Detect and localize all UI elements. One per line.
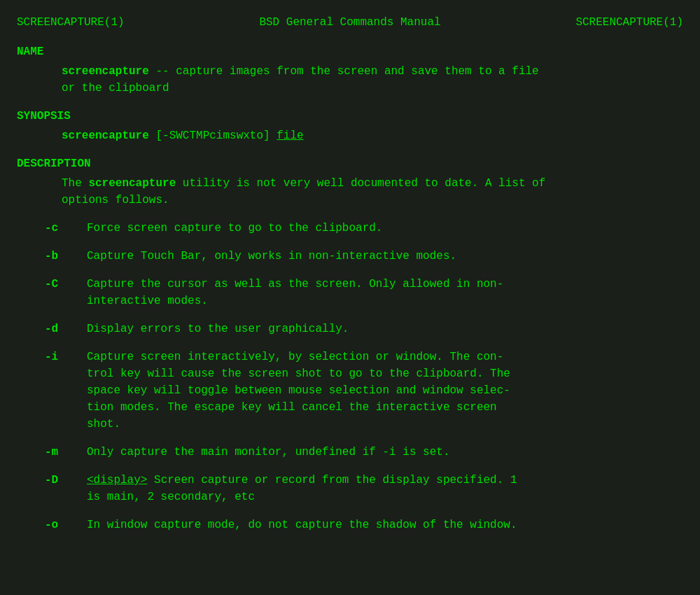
flag-b: -b [17, 248, 87, 265]
name-body: screencapture -- capture images from the… [17, 63, 683, 97]
flag-cap-d: -D [17, 472, 87, 505]
description-intro-cmd: screencapture [88, 177, 176, 190]
option-i: -i Capture screen interactively, by sele… [17, 349, 683, 433]
option-d: -d Display errors to the user graphicall… [17, 321, 683, 337]
desc-i: Capture screen interactively, by selecti… [87, 349, 683, 433]
description-intro-rest: utility is not very well documented to d… [176, 177, 545, 190]
name-section: NAME screencapture -- capture images fro… [17, 43, 683, 97]
name-description2: or the clipboard [62, 82, 169, 94]
flag-d: -d [17, 321, 87, 337]
description-intro-rest2: options follows. [62, 194, 169, 206]
manual-header: SCREENCAPTURE(1) BSD General Commands Ma… [17, 14, 683, 31]
header-right: SCREENCAPTURE(1) [575, 14, 683, 31]
name-command: screencapture [62, 65, 149, 78]
desc-o: In window capture mode, do not capture t… [87, 517, 683, 533]
display-link: <display> [87, 474, 147, 486]
synopsis-heading: SYNOPSIS [17, 108, 683, 125]
desc-m: Only capture the main monitor, undefined… [87, 444, 683, 461]
desc-d: Display errors to the user graphically. [87, 321, 683, 337]
synopsis-file: file [276, 130, 303, 142]
synopsis-command: screencapture [62, 130, 149, 142]
synopsis-section: SYNOPSIS screencapture [-SWCTMPcimswxto]… [17, 108, 683, 144]
flag-cap-c: -C [17, 276, 87, 309]
option-c: -c Force screen capture to go to the cli… [17, 220, 683, 237]
flag-c: -c [17, 220, 87, 237]
option-m: -m Only capture the main monitor, undefi… [17, 444, 683, 461]
desc-cap-d: <display> Screen capture or record from … [87, 472, 683, 505]
option-cap-d: -D <display> Screen capture or record fr… [17, 472, 683, 505]
flag-m: -m [17, 444, 87, 461]
header-center: BSD General Commands Manual [259, 14, 440, 31]
description-section: DESCRIPTION The screencapture utility is… [17, 155, 683, 533]
synopsis-flags: [-SWCTMPcimswxto] [155, 130, 276, 142]
option-o: -o In window capture mode, do not captur… [17, 517, 683, 533]
flag-i: -i [17, 349, 87, 433]
desc-cap-c: Capture the cursor as well as the screen… [87, 276, 683, 309]
option-cap-c: -C Capture the cursor as well as the scr… [17, 276, 683, 309]
desc-c: Force screen capture to go to the clipbo… [87, 220, 683, 237]
desc-b: Capture Touch Bar, only works in non-int… [87, 248, 683, 265]
option-b: -b Capture Touch Bar, only works in non-… [17, 248, 683, 265]
header-left: SCREENCAPTURE(1) [17, 14, 125, 31]
description-heading: DESCRIPTION [17, 155, 683, 172]
name-description: -- capture images from the screen and sa… [149, 65, 539, 78]
description-intro: The screencapture utility is not very we… [17, 175, 683, 209]
synopsis-body: screencapture [-SWCTMPcimswxto] file [17, 127, 683, 144]
flag-o: -o [17, 517, 87, 533]
name-heading: NAME [17, 43, 683, 60]
description-intro-text: The [62, 177, 88, 190]
